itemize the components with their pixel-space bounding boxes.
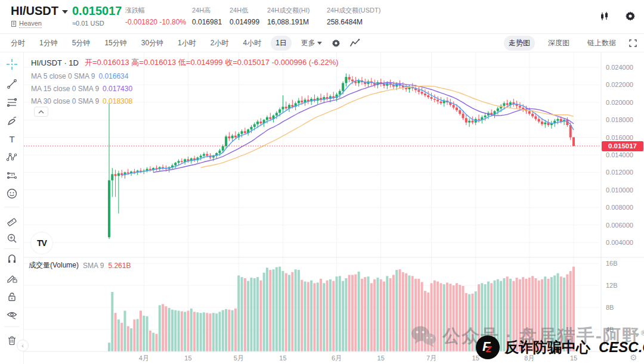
chart-mode-tab[interactable]: 深度图: [543, 36, 574, 51]
svg-text:0.010000: 0.010000: [606, 186, 633, 194]
svg-text:0.008000: 0.008000: [606, 204, 633, 211]
zoom-in-icon[interactable]: [0, 231, 24, 246]
legend-ohlc: 开=0.016013 高=0.016013 低=0.014999 收=0.015…: [85, 57, 339, 68]
svg-text:16B: 16B: [606, 260, 618, 267]
header-stat: 24H高0.016981: [192, 6, 222, 26]
header-stat: 24H成交额(USDT)258.6484M: [327, 6, 380, 26]
svg-text:0.004000: 0.004000: [606, 239, 633, 246]
header-stat: 24H成交额(HI)16,088.191M: [267, 6, 310, 26]
ma-legend: MA 15 close 0 SMA 90.017430: [31, 85, 339, 93]
kline-style-icon[interactable]: [599, 11, 609, 21]
tradingview-logo[interactable]: TV: [31, 232, 52, 254]
ruler-icon[interactable]: [0, 214, 24, 230]
lock-all-icon[interactable]: [0, 289, 24, 304]
header-stat: 24H低0.014999: [230, 6, 259, 26]
ma-legend: MA 30 close 0 SMA 90.018308: [31, 97, 339, 105]
interval-tab[interactable]: 分时: [6, 36, 30, 51]
svg-text:T: T: [9, 134, 14, 144]
interval-tab[interactable]: 1分钟: [35, 36, 63, 51]
legend-collapse-button[interactable]: [34, 107, 48, 117]
svg-text:12B: 12B: [606, 282, 618, 289]
svg-text:15: 15: [570, 354, 577, 362]
svg-text:8B: 8B: [606, 304, 614, 311]
svg-text:4B: 4B: [606, 326, 614, 333]
ma-legend-rows: MA 5 close 0 SMA 90.016634MA 15 close 0 …: [31, 72, 339, 105]
fullscreen-icon[interactable]: [629, 39, 637, 47]
draw-lock-icon[interactable]: [0, 270, 24, 286]
indicator-settings-gear-icon[interactable]: [332, 39, 340, 48]
text-icon[interactable]: T: [0, 132, 24, 147]
header: HI/USDT Heaven 0.015017 ≈0.01 USD 涨跌幅-0.…: [0, 0, 644, 34]
time-axis-settings-icon[interactable]: ⚙: [630, 353, 637, 362]
svg-text:6月: 6月: [332, 354, 342, 362]
interval-tab[interactable]: 2小时: [206, 36, 234, 51]
volume-legend: 成交量(Volume) SMA 9 5.261B: [29, 260, 131, 270]
volume-title: 成交量(Volume): [29, 260, 79, 270]
projection-icon[interactable]: [0, 168, 24, 183]
interval-tab[interactable]: 4小时: [238, 36, 266, 51]
svg-text:0.024000: 0.024000: [606, 64, 633, 71]
indicator-icon[interactable]: [350, 39, 360, 47]
svg-text:0.020000: 0.020000: [606, 99, 633, 106]
svg-text:8月: 8月: [524, 354, 534, 362]
chevron-down-icon: [317, 42, 322, 45]
volume-sma-value: 5.261B: [108, 262, 131, 270]
toolbar-separator: [4, 248, 20, 249]
chevron-up-icon: [38, 110, 44, 114]
svg-text:15: 15: [184, 354, 191, 362]
svg-text:7月: 7月: [426, 354, 436, 362]
sidebar-collapse-button[interactable]: ‹: [17, 340, 29, 351]
xabcd-pattern-icon[interactable]: [0, 150, 24, 165]
interval-toolbar: 分时1分钟5分钟15分钟30分钟1小时2小时4小时1日更多 走势图深度图链上数据: [0, 34, 644, 52]
interval-tab[interactable]: 1小时: [173, 36, 201, 51]
interval-tab[interactable]: 15分钟: [100, 36, 131, 51]
svg-text:0.012000: 0.012000: [606, 169, 633, 176]
svg-text:0.022000: 0.022000: [606, 81, 633, 88]
trend-line-icon[interactable]: [0, 76, 24, 92]
svg-text:15: 15: [279, 354, 286, 362]
svg-text:0.016000: 0.016000: [606, 134, 633, 141]
fib-lines-icon[interactable]: [0, 95, 24, 110]
svg-text:5月: 5月: [234, 354, 244, 362]
svg-text:15: 15: [472, 354, 479, 362]
interval-tab[interactable]: 5分钟: [67, 36, 95, 51]
chart-mode-tab[interactable]: 链上数据: [583, 36, 621, 51]
interval-tab[interactable]: 30分钟: [137, 36, 168, 51]
interval-tabs: 分时1分钟5分钟15分钟30分钟1小时2小时4小时1日更多: [0, 36, 327, 51]
svg-text:4月: 4月: [139, 354, 149, 362]
svg-text:0.006000: 0.006000: [606, 222, 633, 229]
trading-app: HI/USDT Heaven 0.015017 ≈0.01 USD 涨跌幅-0.…: [0, 0, 644, 364]
interval-tab[interactable]: 更多: [296, 36, 327, 51]
toolbar-separator: [4, 326, 20, 327]
drawing-toolbar: T: [0, 52, 24, 364]
svg-text:15: 15: [377, 354, 385, 362]
legend-symbol: HI/USDT · 1D: [31, 58, 79, 67]
toolbar-separator: [4, 207, 20, 207]
brush-icon[interactable]: [0, 113, 24, 129]
header-stat: 涨跌幅-0.001820 -10.80%: [125, 6, 186, 26]
magnet-icon[interactable]: [0, 252, 24, 267]
svg-text:0.014000: 0.014000: [606, 151, 633, 158]
ma-legend: MA 5 close 0 SMA 90.016634: [31, 72, 339, 80]
emoji-icon[interactable]: [0, 186, 24, 201]
chart-mode-tab[interactable]: 走势图: [504, 36, 535, 51]
header-stats: 涨跌幅-0.001820 -10.80%24H高0.01698124H低0.01…: [0, 0, 644, 34]
hide-drawings-icon[interactable]: [0, 307, 24, 323]
volume-sma-label: SMA 9: [83, 262, 104, 270]
chart-mode-tabs: 走势图深度图链上数据: [504, 36, 637, 51]
interval-tab[interactable]: 1日: [271, 36, 292, 51]
svg-text:0.018000: 0.018000: [606, 116, 633, 123]
crosshair-icon[interactable]: [0, 57, 24, 72]
settings-gear-icon[interactable]: [625, 11, 636, 21]
last-price-tag: 0.015017: [602, 141, 643, 151]
chart-legend: HI/USDT · 1D 开=0.016013 高=0.016013 低=0.0…: [31, 57, 339, 105]
